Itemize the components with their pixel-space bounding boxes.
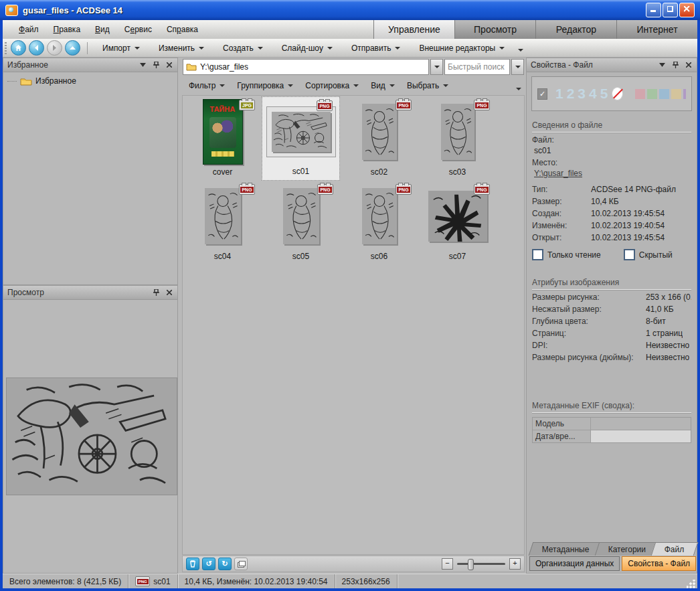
tab-manage[interactable]: Управление xyxy=(373,20,454,39)
close-button[interactable] xyxy=(679,3,695,17)
field-value: sc01 xyxy=(532,146,691,155)
tree-connector xyxy=(7,81,17,82)
search-input[interactable]: Быстрый поиск xyxy=(444,59,510,75)
send-menu[interactable]: Отправить xyxy=(342,40,410,56)
delete-button[interactable] xyxy=(186,558,199,570)
file-name: sc07 xyxy=(449,252,466,265)
slideshow-menu[interactable]: Слайд-шоу xyxy=(272,40,342,56)
format-badge: PNG xyxy=(396,184,412,195)
window-title: gusar_files - ACDSee 14 xyxy=(23,5,122,15)
tab-file[interactable]: Файл xyxy=(651,542,698,556)
zoom-slider[interactable] xyxy=(457,563,505,565)
path-text: Y:\gusar_files xyxy=(200,62,248,72)
home-button[interactable] xyxy=(11,40,26,56)
close-icon[interactable] xyxy=(165,288,173,297)
file-tile-cover[interactable]: JPG ТАЙНА cover xyxy=(183,96,262,181)
group-menu[interactable]: Группировка xyxy=(231,78,299,93)
toolbar-grip[interactable] xyxy=(5,42,7,54)
rating-2-button[interactable]: 2 xyxy=(567,86,576,102)
field-label: Изменён: xyxy=(532,221,591,230)
panel-menu-icon[interactable] xyxy=(658,61,666,69)
folder-link[interactable]: Y:\gusar_files xyxy=(532,169,691,178)
create-menu[interactable]: Создать xyxy=(213,40,272,56)
file-tile-sc01[interactable]: PNG sc01 xyxy=(262,96,340,181)
compare-button[interactable] xyxy=(234,558,248,570)
field-value: 10.02.2013 19:45:54 xyxy=(591,233,665,242)
tab-categories[interactable]: Категории xyxy=(594,542,659,556)
import-menu[interactable]: Импорт xyxy=(93,40,149,56)
rotate-right-button[interactable]: ↻ xyxy=(218,558,232,570)
preview-image[interactable] xyxy=(6,377,177,495)
menu-view[interactable]: Вид xyxy=(88,22,116,37)
menu-tools[interactable]: Сервис xyxy=(118,22,159,37)
path-input[interactable]: Y:\gusar_files xyxy=(183,59,429,75)
thumbnail-image xyxy=(272,112,331,152)
pin-icon[interactable] xyxy=(671,61,679,69)
properties-file-button[interactable]: Свойства - Файл xyxy=(622,556,696,571)
pin-icon[interactable] xyxy=(152,61,160,69)
sort-menu[interactable]: Сортировка xyxy=(299,78,365,93)
close-icon[interactable] xyxy=(165,61,173,69)
status-total: Всего элементов: 8 (421,5 КБ) xyxy=(3,574,128,588)
color-label-tan[interactable] xyxy=(671,89,681,99)
back-button[interactable] xyxy=(29,40,44,56)
menu-help[interactable]: Справка xyxy=(160,22,205,37)
up-button[interactable] xyxy=(65,40,80,56)
rating-4-button[interactable]: 4 xyxy=(589,86,598,102)
resize-grip[interactable] xyxy=(687,580,695,588)
clear-rating-icon[interactable] xyxy=(612,87,623,100)
hidden-checkbox[interactable]: Скрытый xyxy=(624,249,673,260)
preview-panel: Просмотр xyxy=(3,285,178,574)
favorites-root-item[interactable]: Избранное xyxy=(3,72,177,86)
color-label-blue[interactable] xyxy=(659,89,669,99)
rating-5-button[interactable]: 5 xyxy=(600,86,609,102)
file-tile-sc04[interactable]: PNG sc04 xyxy=(183,181,262,265)
close-icon[interactable] xyxy=(685,61,693,69)
color-label-red[interactable] xyxy=(635,89,645,99)
minimize-button[interactable] xyxy=(646,3,661,17)
color-label-purple[interactable] xyxy=(683,89,686,99)
zoom-slider-thumb[interactable] xyxy=(468,559,474,570)
file-tile-sc06[interactable]: PNG sc06 xyxy=(340,181,418,265)
chevron-down-icon xyxy=(288,84,293,87)
filter-menu[interactable]: Фильтр xyxy=(183,78,231,93)
field-value: 1 страниц xyxy=(646,329,683,338)
file-tile-sc05[interactable]: PNG sc05 xyxy=(262,181,340,265)
tab-metadata[interactable]: Метаданные xyxy=(529,542,603,556)
panel-menu-icon[interactable] xyxy=(139,61,147,69)
format-badge: PNG xyxy=(396,100,412,110)
filter-bar: Фильтр Группировка Сортировка Вид Выбрат… xyxy=(183,78,524,94)
tag-checkbox[interactable]: ✓ xyxy=(537,88,547,100)
rating-3-button[interactable]: 3 xyxy=(578,86,586,102)
color-label-green[interactable] xyxy=(647,89,657,99)
rotate-left-button[interactable]: ↺ xyxy=(202,558,215,570)
zoom-in-button[interactable]: + xyxy=(509,558,521,570)
thumbnail-image xyxy=(205,188,241,244)
view-menu[interactable]: Вид xyxy=(365,78,401,93)
path-dropdown-button[interactable] xyxy=(430,59,443,75)
thumbnail-image xyxy=(362,104,397,160)
tab-viewer[interactable]: Просмотр xyxy=(454,20,535,39)
tab-editor[interactable]: Редактор xyxy=(535,20,616,39)
file-tile-sc02[interactable]: PNG sc02 xyxy=(340,96,418,181)
zoom-out-button[interactable]: − xyxy=(442,558,453,570)
file-name: sc04 xyxy=(214,252,231,265)
toolbar-overflow-icon[interactable] xyxy=(518,49,523,52)
search-dropdown-button[interactable] xyxy=(511,59,524,75)
select-menu[interactable]: Выбрать xyxy=(401,78,454,93)
organize-data-button[interactable]: Организация данных xyxy=(529,556,620,571)
exif-table: Модель Дата/вре... xyxy=(532,417,691,443)
maximize-button[interactable] xyxy=(663,3,678,17)
edit-menu[interactable]: Изменить xyxy=(149,40,213,56)
menu-edit[interactable]: Правка xyxy=(47,22,88,37)
file-tile-sc03[interactable]: PNG sc03 xyxy=(418,96,497,181)
rating-1-button[interactable]: 1 xyxy=(555,86,564,102)
external-editors-menu[interactable]: Внешние редакторы xyxy=(410,40,514,56)
menu-file[interactable]: Файл xyxy=(12,22,46,37)
forward-button[interactable] xyxy=(47,40,62,56)
filterbar-overflow-icon[interactable] xyxy=(516,88,521,90)
readonly-checkbox[interactable]: Только чтение xyxy=(532,249,601,260)
file-tile-sc07[interactable]: PNG sc07 xyxy=(418,181,497,265)
tab-online[interactable]: Интернет xyxy=(616,20,697,39)
pin-icon[interactable] xyxy=(152,288,160,297)
